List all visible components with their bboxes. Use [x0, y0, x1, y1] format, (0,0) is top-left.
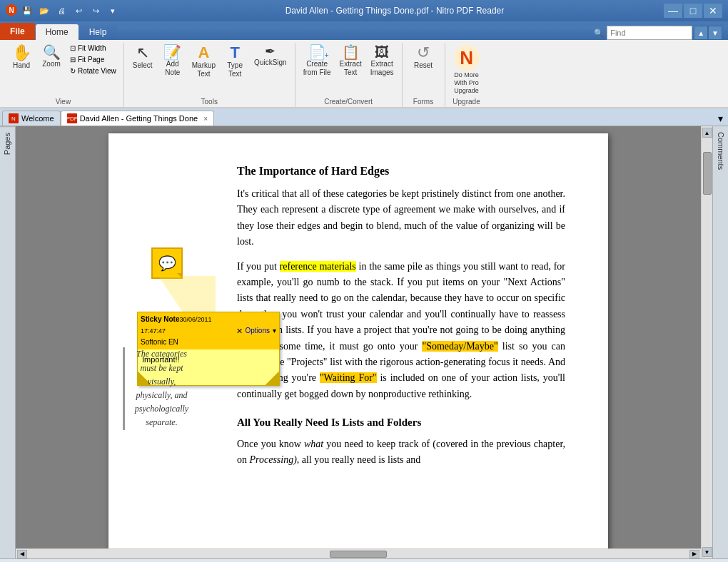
fit-width-btn[interactable]: ⊡ Fit Width — [67, 43, 119, 53]
find-prev-btn[interactable]: ▲ — [694, 26, 708, 40]
qa-dropdown[interactable]: ▾ — [106, 4, 120, 17]
nitro-logo: N — [6, 4, 17, 16]
rotate-icon: ↻ — [70, 67, 76, 75]
sticky-note-container: 💬 Sticky Note30/06/2011 17:47:47 Softoni… — [151, 247, 183, 279]
extract-images-btn[interactable]: 🖼 ExtractImages — [367, 43, 398, 79]
rotate-view-btn[interactable]: ↻ Rotate View — [67, 66, 119, 76]
quick-sign-icon: ✒ — [265, 45, 275, 58]
hand-tool-btn[interactable]: ✋ Hand — [7, 43, 36, 72]
find-input[interactable] — [607, 26, 692, 40]
italic-what: what — [304, 439, 323, 449]
home-tab[interactable]: Home — [36, 24, 79, 40]
document-tab-icon: PDF — [67, 113, 77, 123]
forms-buttons: ↺ Reset — [409, 43, 438, 96]
highlight-reference-materials: reference materials — [280, 261, 356, 272]
upgrade-buttons: N Do MoreWith ProUpgrade — [450, 43, 483, 96]
minimize-btn[interactable]: — — [664, 4, 682, 18]
hand-icon: ✋ — [12, 45, 31, 61]
ribbon: File Home Help 🔍 ▲ ▼ ✋ Hand 🔍 Zoom — [0, 21, 728, 108]
document-tab-label: David Allen - Getting Things Done — [80, 114, 198, 123]
fit-page-icon: ⊟ — [70, 56, 76, 63]
forms-group: ↺ Reset Forms — [403, 43, 445, 107]
undo-btn[interactable]: ↩ — [71, 4, 86, 17]
sticky-note-author: Softonic EN — [141, 337, 236, 348]
fit-page-btn[interactable]: ⊟ Fit Page — [67, 54, 119, 65]
maximize-btn[interactable]: □ — [684, 4, 702, 18]
sticky-note-controls: ✕ Options ▾ — [236, 325, 276, 338]
pdf-paragraph-2: If you put reference materials in the sa… — [237, 259, 565, 403]
ribbon-tab-row: File Home Help 🔍 ▲ ▼ — [0, 21, 728, 40]
sticky-note-options-btn[interactable]: Options — [246, 325, 270, 338]
status-bar: ⏮ ◀ 151 of 278 ▶ ▶ ⏭ ▤ ▥ ≡ ⊞ ⛶ − + 125% — [0, 558, 728, 562]
add-note-icon: 📝 — [163, 45, 181, 59]
open-btn[interactable]: 📂 — [37, 4, 51, 17]
quick-sign-btn[interactable]: ✒ QuickSign — [251, 43, 290, 69]
view-buttons: ✋ Hand 🔍 Zoom ⊡ Fit Width ⊟ Fit Page — [7, 43, 119, 96]
welcome-tab-label: Welcome — [21, 114, 54, 123]
sticky-note-close-btn[interactable]: ✕ — [236, 325, 243, 338]
pdf-text-content: The Importance of Hard Edges It's critic… — [237, 162, 565, 468]
reset-btn[interactable]: ↺ Reset — [409, 43, 438, 72]
save-btn[interactable]: 💾 — [20, 4, 34, 17]
find-next-btn[interactable]: ▼ — [708, 26, 722, 40]
extract-text-btn[interactable]: 📋 ExtractText — [336, 43, 365, 79]
close-btn[interactable]: ✕ — [704, 4, 722, 18]
h-scrollbar[interactable]: ◀ ▶ — [16, 548, 701, 558]
redo-btn[interactable]: ↪ — [89, 4, 103, 17]
hscroll-track — [27, 551, 689, 558]
sticky-note-icon: 💬 — [151, 247, 183, 279]
file-tab[interactable]: File — [0, 23, 35, 40]
create-from-file-icon: 📄 + — [308, 45, 326, 59]
sticky-note-dropdown-icon[interactable]: ▾ — [273, 325, 276, 338]
pdf-left-column: The categories must be kept visually, ph… — [123, 347, 194, 429]
type-text-btn[interactable]: T TypeText — [221, 43, 249, 81]
document-tab-close[interactable]: × — [203, 115, 208, 123]
pdf-heading: The Importance of Hard Edges — [237, 162, 565, 180]
window-title: David Allen - Getting Things Done.pdf - … — [126, 6, 664, 16]
upgrade-btn[interactable]: N Do MoreWith ProUpgrade — [450, 43, 483, 96]
tab-dropdown-btn[interactable]: ▾ — [718, 113, 723, 124]
highlight-someday-maybe: "Someday/Maybe" — [422, 341, 497, 352]
tools-buttons: ↖ Select 📝 AddNote A MarkupText T TypeTe… — [128, 43, 290, 96]
pdf-paragraph-3: Once you know what you need to keep trac… — [237, 436, 565, 469]
create-from-file-btn[interactable]: 📄 + Createfrom File — [300, 43, 335, 79]
hscroll-right-btn[interactable]: ▶ — [689, 550, 699, 558]
vscroll-up-btn[interactable]: ▲ — [702, 128, 712, 138]
extract-text-icon: 📋 — [342, 45, 360, 59]
pdf-subheading: All You Really Need Is Lists and Folders — [237, 414, 565, 431]
zoom-btn[interactable]: 🔍 Zoom — [37, 43, 66, 71]
sticky-note-title: Sticky Note30/06/2011 17:47:47 — [141, 314, 236, 337]
pdf-scroll[interactable]: 💬 Sticky Note30/06/2011 17:47:47 Softoni… — [16, 126, 701, 548]
type-text-icon: T — [230, 45, 239, 61]
add-note-btn[interactable]: 📝 AddNote — [158, 43, 187, 79]
quick-toolbar: N 💾 📂 🖨 ↩ ↪ ▾ — [6, 4, 120, 17]
select-btn[interactable]: ↖ Select — [128, 43, 157, 72]
reset-icon: ↺ — [417, 45, 430, 61]
comments-sidebar: Comments — [712, 126, 728, 558]
document-tab[interactable]: PDF David Allen - Getting Things Done × — [61, 111, 214, 126]
welcome-tab[interactable]: N Welcome — [2, 111, 61, 126]
vscroll-down-btn[interactable]: ▼ — [702, 547, 712, 557]
upgrade-icon: N — [454, 45, 480, 71]
hscroll-thumb[interactable] — [330, 551, 387, 558]
vscroll-thumb[interactable] — [703, 152, 712, 195]
tools-group: ↖ Select 📝 AddNote A MarkupText T TypeTe… — [124, 43, 295, 107]
main-area: Pages 💬 Sticky Note30/06/2011 17: — [0, 126, 728, 558]
pdf-paragraph-1: It's critical that all of these categori… — [237, 186, 565, 250]
comments-sidebar-tab[interactable]: Comments — [714, 126, 728, 175]
pages-sidebar-tab[interactable]: Pages — [0, 126, 15, 160]
help-tab[interactable]: Help — [79, 24, 117, 40]
p2-post: in the same pile as things you still wan… — [237, 261, 565, 352]
markup-text-icon: A — [198, 45, 209, 61]
markup-text-btn[interactable]: A MarkupText — [188, 43, 219, 81]
sticky-note-header: Sticky Note30/06/2011 17:47:47 Softonic … — [138, 312, 279, 349]
find-area: 🔍 ▲ ▼ — [117, 26, 728, 40]
extract-images-icon: 🖼 — [375, 45, 389, 59]
hscroll-left-btn[interactable]: ◀ — [17, 550, 27, 558]
print-btn[interactable]: 🖨 — [54, 4, 69, 17]
ribbon-content: ✋ Hand 🔍 Zoom ⊡ Fit Width ⊟ Fit Page — [0, 40, 728, 108]
window-controls: — □ ✕ — [664, 4, 722, 18]
tab-bar: N Welcome PDF David Allen - Getting Thin… — [0, 108, 728, 126]
v-scrollbar[interactable]: ▲ ▼ — [701, 126, 712, 558]
find-icon: 🔍 — [594, 29, 604, 38]
